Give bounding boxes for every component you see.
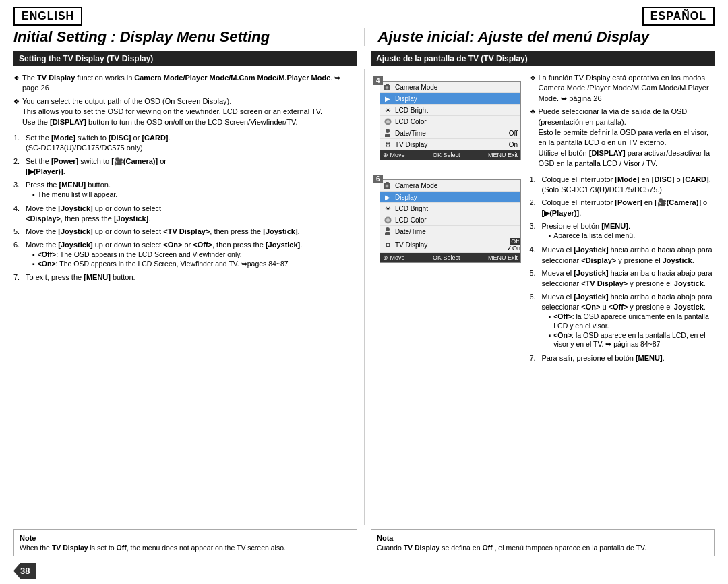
lang-header: ENGLISH ESPAÑOL: [0, 0, 728, 26]
svg-point-5: [386, 120, 390, 123]
menu-row-lcd-color-2: LCD Color: [380, 214, 520, 226]
left-step-5: 5. Move the [Joystick] up or down to sel…: [13, 227, 351, 237]
content-row: ❖ The TV Display function works in Camer…: [0, 69, 728, 525]
step-text: To exit, press the [MENU] button.: [26, 272, 351, 283]
left-bullet-1-text: The TV Display function works in Camera …: [22, 73, 351, 94]
menu-diagram-top: 4 Camera Mode ▶ Display: [380, 81, 521, 160]
menu-text: LCD Bright: [395, 107, 518, 114]
step-num: 1.: [13, 133, 24, 154]
step-text: Presione el botón [MENU]. ▪Aparece la li…: [542, 221, 715, 242]
lang-badge-espanol: ESPAÑOL: [642, 7, 715, 26]
step-text: Mueva el [Joystick] hacia arriba o hacia…: [542, 268, 715, 289]
step-num: 5.: [530, 268, 541, 289]
left-step-7: 7. To exit, press the [MENU] button.: [13, 272, 351, 283]
step-num: 5.: [13, 227, 24, 237]
note-title-left: Note: [20, 534, 351, 542]
menu-text: LCD Color: [395, 118, 518, 125]
menu-row-tv-display: ⚙ TV Display On: [380, 139, 520, 150]
svg-point-3: [386, 87, 388, 89]
right-step-7: 7. Para salir, presione el botón [MENU].: [530, 353, 715, 363]
right-bullet-1-text: La función TV Display está operativa en …: [539, 73, 715, 104]
step-text: Mueva el [Joystick] hacia arriba o hacia…: [542, 292, 715, 351]
arrow-right-icon: ▶: [383, 94, 392, 103]
menu-row-camera-mode-2: Camera Mode: [380, 180, 520, 192]
step-num: 3.: [530, 221, 541, 242]
diagram-label-4: 4: [373, 76, 383, 85]
note-text-left: When the TV Display is set to Off, the m…: [20, 544, 351, 552]
sun-icon: ☀: [383, 105, 392, 115]
menu-text: Date/Time: [395, 228, 518, 235]
right-bullet-2-text: Puede seleccionar la vía de salida de la…: [539, 107, 715, 169]
right-bullets: ❖ La función TV Display está operativa e…: [530, 73, 715, 169]
footer-exit-2: MENU Exit: [488, 254, 518, 261]
gear-icon: ⚙: [383, 140, 392, 149]
menu-text: Display: [395, 95, 518, 103]
right-step-6: 6. Mueva el [Joystick] hacia arriba o ha…: [530, 292, 715, 351]
menu-footer-2: ⊕ Move OK Select MENU Exit: [380, 253, 520, 262]
menu-row-lcd-color: LCD Color: [380, 116, 520, 127]
right-bullet-2: ❖ Puede seleccionar la vía de salida de …: [530, 107, 715, 169]
tv-display-off-option: Off: [510, 238, 520, 245]
left-step-1: 1. Set the [Mode] switch to [DISC] or [C…: [13, 133, 351, 154]
right-step-4: 4. Mueva el [Joystick] hacia arriba o ha…: [530, 245, 715, 266]
step-num: 6.: [13, 240, 24, 270]
bullet-diamond-r1: ❖: [530, 74, 536, 83]
step-text: Mueva el [Joystick] hacia arriba o hacia…: [542, 245, 715, 266]
bullet-diamond-icon-2: ❖: [13, 97, 20, 107]
left-step-4: 4. Move the [Joystick] up or down to sel…: [13, 204, 351, 225]
footer-move-2: ⊕ Move: [383, 254, 405, 261]
camera-icon: [383, 82, 392, 92]
menu-row-tv-display-2: ⚙ TV Display Off ✓On: [380, 237, 520, 253]
color-icon-2: [383, 215, 392, 225]
title-right: Ajuste inicial: Ajuste del menú Display: [365, 28, 715, 46]
menu-diagram-bottom: 6 Camera Mode ▶ Display: [380, 179, 521, 263]
svg-point-11: [386, 218, 390, 222]
svg-rect-1: [386, 84, 389, 86]
menu-text: LCD Bright: [395, 205, 518, 212]
menu-row-camera-mode: Camera Mode: [380, 82, 520, 93]
note-box-left: Note When the TV Display is set to Off, …: [13, 529, 357, 556]
step-num: 4.: [530, 245, 541, 266]
sub-bullet: ▪<Off>: la OSD aparece únicamente en la …: [549, 312, 715, 349]
footer-exit: MENU Exit: [488, 152, 518, 158]
menu-row-display-2: ▶ Display: [380, 192, 520, 203]
step-text: Coloque el interruptor [Power] en [🎥(Cam…: [542, 198, 715, 218]
sub-bullet: ▪Aparece la lista del menú.: [549, 231, 715, 241]
section-header-row: Setting the TV Display (TV Display) Ajus…: [0, 49, 728, 69]
right-steps-col: ❖ La función TV Display está operativa e…: [530, 73, 715, 366]
page: ENGLISH ESPAÑOL Initial Setting : Displa…: [0, 0, 728, 584]
bullet-diamond-r2: ❖: [530, 107, 536, 117]
footer-select: OK Select: [433, 152, 460, 158]
menu-text: Camera Mode: [395, 84, 518, 91]
diagram-label-6: 6: [373, 175, 383, 183]
sun-icon-2: ☀: [383, 204, 392, 213]
menu-text: Date/Time: [395, 129, 506, 137]
bullet-diamond-icon: ❖: [13, 74, 20, 83]
right-steps: 1. Coloque el interruptor [Mode] en [DIS…: [530, 175, 715, 364]
diagram-area: 4 Camera Mode ▶ Display: [378, 73, 523, 366]
left-step-6: 6. Move the [Joystick] up or down to sel…: [13, 240, 351, 270]
page-number: 38: [13, 563, 36, 579]
menu-footer: ⊕ Move OK Select MENU Exit: [380, 150, 520, 160]
gear-icon-2: ⚙: [383, 240, 392, 250]
left-step-2: 2. Set the [Power] switch to [🎥(Camera)]…: [13, 156, 351, 177]
tv-display-on-option: ✓On: [507, 245, 520, 252]
note-text-right: Cuando TV Display se defina en Off , el …: [377, 544, 708, 552]
step-num: 4.: [13, 204, 24, 225]
footer-move: ⊕ Move: [383, 152, 405, 158]
step-text: Set the [Mode] switch to [DISC] or [CARD…: [26, 133, 351, 154]
menu-text: LCD Color: [395, 216, 518, 224]
left-bullets: ❖ The TV Display function works in Camer…: [13, 73, 351, 127]
footer-select-2: OK Select: [433, 254, 460, 261]
person-icon: [383, 128, 392, 138]
title-row: Initial Setting : Display Menu Setting A…: [0, 26, 728, 49]
menu-row-lcd-bright-2: ☀ LCD Bright: [380, 203, 520, 214]
sub-bullet: ▪The menu list will appear.: [32, 190, 351, 200]
right-step-5: 5. Mueva el [Joystick] hacia arriba o ha…: [530, 268, 715, 289]
sub-bullet: ▪<Off>: The OSD appears in the LCD Scree…: [32, 250, 351, 268]
section-header-right: Ajuste de la pantalla de TV (TV Display): [371, 51, 715, 66]
step-text: Para salir, presione el botón [MENU].: [542, 353, 715, 363]
option-on: On: [509, 141, 518, 148]
step-text: Coloque el interruptor [Mode] en [DISC] …: [542, 175, 715, 196]
title-left: Initial Setting : Display Menu Setting: [13, 28, 365, 46]
